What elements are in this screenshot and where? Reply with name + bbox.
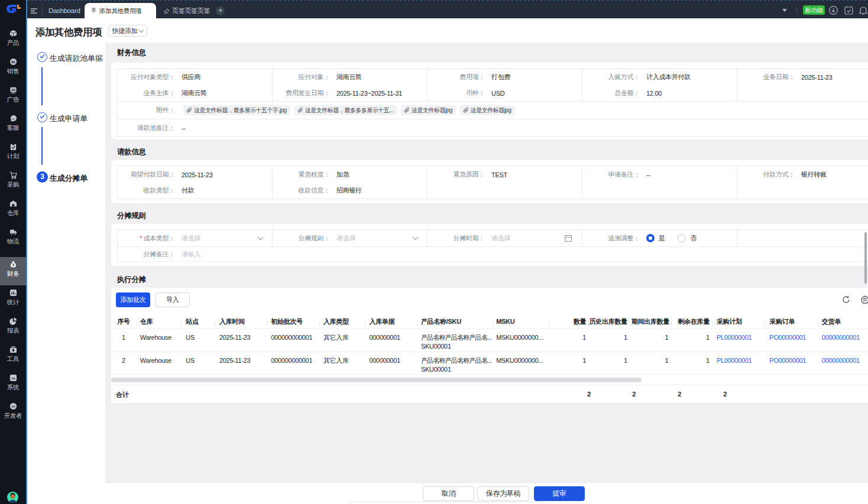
- svg-text:os: os: [11, 376, 15, 380]
- svg-text:SEL: SEL: [11, 61, 16, 64]
- svg-text:</>: </>: [11, 405, 15, 408]
- svg-text:AD: AD: [11, 88, 15, 92]
